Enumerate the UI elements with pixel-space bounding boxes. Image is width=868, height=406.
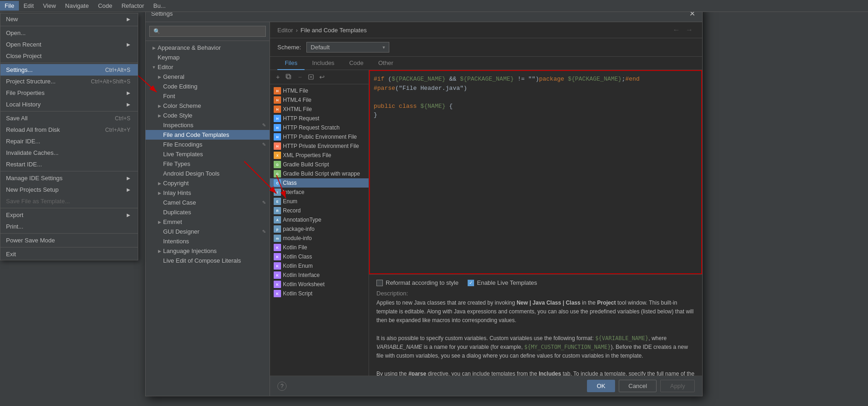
menu-view[interactable]: View [38,1,60,11]
menu-item-new[interactable]: New ▶ [0,13,138,25]
file-item[interactable]: K Kotlin Enum [270,261,369,271]
settings-search-input[interactable] [149,26,266,37]
file-item[interactable]: H HTTP Request [270,114,369,123]
duplicate-file-button[interactable] [306,72,316,82]
reformat-checkbox[interactable]: Reformat according to style [376,279,458,286]
tree-item-android-design[interactable]: Android Design Tools [146,169,270,178]
menu-navigate[interactable]: Navigate [60,1,93,11]
menu-item-reload[interactable]: Reload All from Disk Ctrl+Alt+Y [0,124,138,135]
tab-code[interactable]: Code [342,57,371,70]
menu-refactor[interactable]: Refactor [117,1,149,11]
nav-back-button[interactable]: ← [671,26,682,34]
menu-item-project-structure[interactable]: Project Structure... Ctrl+Alt+Shift+S [0,76,138,87]
tree-item-inspections[interactable]: Inspections ✎ [146,120,270,130]
menu-item-save-all[interactable]: Save All Ctrl+S [0,112,138,124]
ok-button[interactable]: OK [587,380,615,392]
cancel-button[interactable]: Cancel [619,380,657,392]
tree-item-font[interactable]: Font [146,91,270,101]
copy-file-button[interactable] [284,72,294,82]
tree-item-gui-designer[interactable]: GUI Designer ✎ [146,227,270,236]
file-item[interactable]: K Kotlin Interface [270,271,369,280]
menu-item-local-history[interactable]: Local History ▶ [0,99,138,110]
tab-other[interactable]: Other [371,57,401,70]
file-item[interactable]: K Kotlin File [270,243,369,252]
tab-files[interactable]: Files [277,57,305,70]
menu-code[interactable]: Code [94,1,117,11]
tree-item-color-scheme[interactable]: ▶ Color Scheme [146,101,270,111]
file-item[interactable]: H HTML4 File [270,95,369,105]
file-item[interactable]: H HTTP Private Environment File [270,141,369,151]
tree-item-file-types[interactable]: File Types [146,159,270,169]
tree-arrow: ▶ [157,249,162,253]
record-icon: R [274,207,281,214]
file-item[interactable]: G Gradle Build Script [270,160,369,169]
file-item[interactable]: p package-info [270,224,369,234]
file-item[interactable]: K Kotlin Worksheet [270,280,369,289]
tree-item-file-encodings[interactable]: File Encodings ✎ [146,140,270,149]
file-item[interactable]: G Gradle Build Script with wrappe [270,169,369,178]
nav-forward-button[interactable]: → [684,26,695,34]
scheme-select[interactable]: Default [306,42,389,53]
file-item[interactable]: I Interface [270,188,369,197]
menu-item-settings[interactable]: Settings... Ctrl+Alt+S [0,64,138,76]
class-icon: C [274,179,281,187]
menu-item-power-save[interactable]: Power Save Mode [0,235,138,246]
menu-file[interactable]: File [0,1,19,11]
file-item[interactable]: R Record [270,206,369,215]
menu-item-new-projects[interactable]: New Projects Setup ▶ [0,184,138,195]
separator [0,111,138,112]
menu-item-invalidate[interactable]: Invalidate Caches... [0,147,138,159]
tree-item-duplicates[interactable]: Duplicates [146,207,270,217]
tree-item-emmet[interactable]: ▶ Emmet [146,217,270,227]
reset-file-button[interactable]: ↩ [317,72,327,82]
tree-item-code-style[interactable]: ▶ Code Style [146,111,270,120]
tree-item-intentions[interactable]: Intentions [146,236,270,246]
menu-item-export[interactable]: Export ▶ [0,209,138,221]
file-item[interactable]: A AnnotationType [270,215,369,224]
tab-includes[interactable]: Includes [305,57,341,70]
apply-button[interactable]: Apply [660,380,695,392]
code-editor[interactable]: #if (${PACKAGE_NAME} && ${PACKAGE_NAME} … [369,70,702,274]
tree-item-keymap[interactable]: Keymap [146,53,270,62]
file-item-class[interactable]: C Class [270,178,369,188]
file-item[interactable]: K Kotlin Class [270,252,369,261]
menu-item-close-project[interactable]: Close Project [0,50,138,62]
search-box [146,22,270,41]
menu-item-exit[interactable]: Exit [0,248,138,260]
menu-item-restart[interactable]: Restart IDE... [0,159,138,170]
menu-item-open-recent[interactable]: Open Recent ▶ [0,39,138,50]
file-item[interactable]: H XHTML File [270,105,369,114]
menu-item-print[interactable]: Print... [0,221,138,232]
tree-item-copyright[interactable]: ▶ Copyright [146,178,270,188]
menu-item-manage-ide[interactable]: Manage IDE Settings ▶ [0,172,138,184]
menu-item-repair[interactable]: Repair IDE... [0,135,138,147]
tree-item-appearance[interactable]: ▶ Appearance & Behavior [146,43,270,53]
html-file-icon: H [274,87,281,94]
live-templates-checkbox-box[interactable]: ✓ [468,280,474,286]
menu-item-open[interactable]: Open... [0,27,138,39]
tree-item-code-editing[interactable]: Code Editing [146,82,270,91]
tree-item-file-code-templates[interactable]: File and Code Templates [146,130,270,140]
menu-build[interactable]: Bu... [149,1,170,11]
add-file-button[interactable]: + [273,72,283,82]
live-templates-checkbox[interactable]: ✓ Enable Live Templates [468,279,537,286]
tree-item-camel-case[interactable]: Camel Case ✎ [146,198,270,207]
tree-item-inlay-hints[interactable]: ▶ Inlay Hints [146,188,270,198]
tree-item-live-templates[interactable]: Live Templates [146,149,270,159]
menu-item-file-properties[interactable]: File Properties ▶ [0,87,138,99]
menu-edit[interactable]: Edit [19,1,38,11]
tree-item-lang-injections[interactable]: ▶ Language Injections [146,246,270,256]
code-line-2: #parse("File Header.java") [374,84,698,93]
file-item[interactable]: K Kotlin Script [270,289,369,298]
file-item[interactable]: X XML Properties File [270,151,369,160]
file-item[interactable]: H HTTP Public Environment File [270,132,369,141]
help-button[interactable]: ? [277,382,287,391]
file-item[interactable]: H HTML File [270,86,369,95]
file-item[interactable]: E Enum [270,197,369,206]
file-item[interactable]: m module-info [270,234,369,243]
tree-item-general[interactable]: ▶ General [146,72,270,82]
file-item[interactable]: H HTTP Request Scratch [270,123,369,132]
tree-item-editor[interactable]: ▼ Editor [146,62,270,72]
tree-item-live-edit[interactable]: Live Edit of Compose Literals [146,256,270,265]
reformat-checkbox-box[interactable] [376,280,383,286]
